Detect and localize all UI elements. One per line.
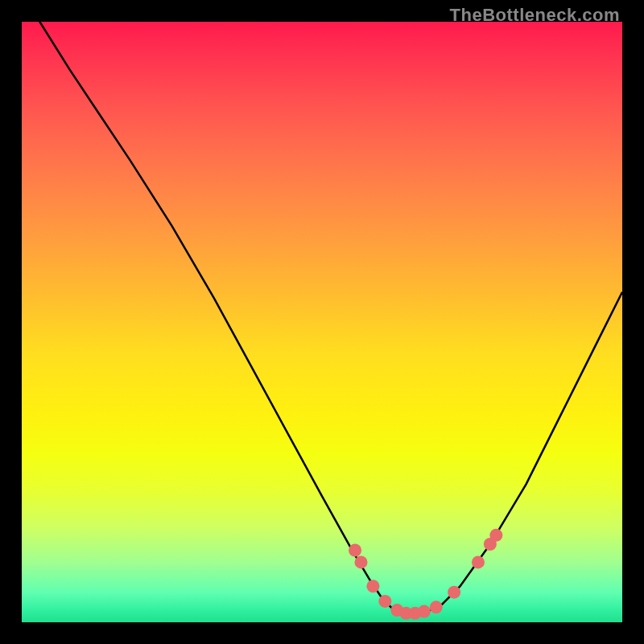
data-dots [349,529,502,620]
svg-point-0 [349,543,361,556]
chart-container: { "watermark": "TheBottleneck.com", "cha… [0,0,644,644]
svg-point-2 [366,580,379,592]
svg-point-1 [354,555,367,568]
svg-point-12 [489,529,502,542]
chart-svg [22,22,622,622]
watermark-text: TheBottleneck.com [450,5,620,26]
svg-point-8 [430,601,443,613]
curve-line [22,22,622,613]
svg-point-10 [472,555,485,568]
svg-point-9 [448,586,460,599]
svg-point-7 [418,605,431,618]
svg-point-3 [378,595,391,608]
